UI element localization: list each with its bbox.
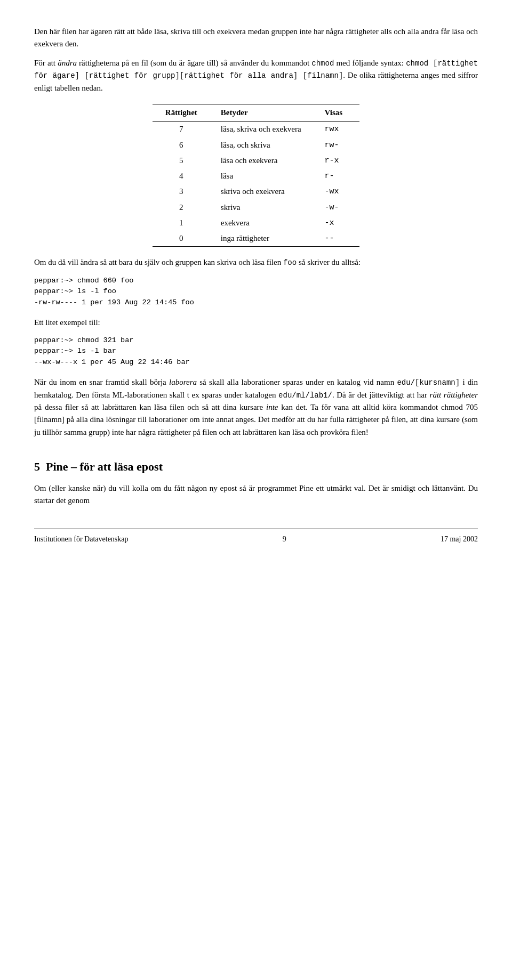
section-5-paragraph-1: Om (eller kanske när) du vill kolla om d… <box>34 482 478 507</box>
code-block-2: peppar:~> chmod 321 bar peppar:~> ls -l … <box>34 335 478 368</box>
inte-italic: inte <box>266 403 278 411</box>
table-cell-1-2: rw- <box>318 137 360 153</box>
code-line-1b: peppar:~> ls -l foo <box>34 286 478 297</box>
foo-inline: foo <box>283 258 297 267</box>
permissions-table: Rättighet Betyder Visas 7läsa, skriva oc… <box>153 104 359 247</box>
page-footer: Institutionen för Datavetenskap 9 17 maj… <box>34 529 478 545</box>
table-row: 2skriva-w- <box>153 200 359 215</box>
paragraph-3: Om du då vill ändra så att bara du själv… <box>34 256 478 269</box>
table-cell-1-0: 6 <box>153 137 214 153</box>
table-cell-3-1: läsa <box>214 168 318 184</box>
table-cell-4-1: skriva och exekvera <box>214 184 318 199</box>
table-cell-4-0: 3 <box>153 184 214 199</box>
table-row: 0inga rättigheter-- <box>153 231 359 247</box>
table-cell-2-0: 5 <box>153 153 214 168</box>
code-block-1: peppar:~> chmod 660 foo peppar:~> ls -l … <box>34 276 478 308</box>
code-line-1a: peppar:~> chmod 660 foo <box>34 276 478 286</box>
code-line-2c: --wx-w---x 1 per 45 Aug 22 14:46 bar <box>34 357 478 368</box>
table-cell-7-0: 0 <box>153 231 214 247</box>
footer-date: 17 maj 2002 <box>441 533 478 545</box>
table-cell-4-2: -wx <box>318 184 360 199</box>
table-row: 6läsa, och skrivarw- <box>153 137 359 153</box>
laborera-italic: laborera <box>169 378 197 386</box>
table-cell-5-2: -w- <box>318 200 360 215</box>
table-cell-7-1: inga rättigheter <box>214 231 318 247</box>
table-cell-6-1: exekvera <box>214 215 318 231</box>
code-line-1c: -rw-rw---- 1 per 193 Aug 22 14:45 foo <box>34 297 478 308</box>
table-cell-5-0: 2 <box>153 200 214 215</box>
ratt-rattigheter-italic: rätt rättigheter <box>430 391 478 399</box>
table-header-visas: Visas <box>318 104 360 122</box>
ml-inline: edu/ml/lab1/ <box>278 391 332 400</box>
chmod-inline: chmod <box>311 59 334 68</box>
paragraph-1: Den här filen har ägaren rätt att både l… <box>34 26 478 51</box>
table-cell-6-0: 1 <box>153 215 214 231</box>
footer-institution: Institutionen för Datavetenskap <box>34 533 129 545</box>
table-row: 5läsa och exekverar-x <box>153 153 359 168</box>
code-line-2b: peppar:~> ls -l bar <box>34 346 478 357</box>
table-header-betyder: Betyder <box>214 104 318 122</box>
table-row: 7läsa, skriva och exekverarwx <box>153 122 359 137</box>
table-cell-6-2: -x <box>318 215 360 231</box>
footer-page-number: 9 <box>283 533 286 545</box>
table-cell-7-2: -- <box>318 231 360 247</box>
table-cell-0-2: rwx <box>318 122 360 137</box>
table-cell-1-1: läsa, och skriva <box>214 137 318 153</box>
paragraph-2: För att ändra rättigheterna på en fil (s… <box>34 57 478 95</box>
section-5-heading: 5 Pine – för att läsa epost <box>34 458 478 476</box>
table-cell-0-1: läsa, skriva och exekvera <box>214 122 318 137</box>
table-cell-3-0: 4 <box>153 168 214 184</box>
paragraph-4: Ett litet exempel till: <box>34 317 478 329</box>
table-row: 4läsar- <box>153 168 359 184</box>
table-header-rattighet: Rättighet <box>153 104 214 122</box>
table-row: 3skriva och exekvera-wx <box>153 184 359 199</box>
table-cell-5-1: skriva <box>214 200 318 215</box>
table-cell-2-1: läsa och exekvera <box>214 153 318 168</box>
table-row: 1exekvera-x <box>153 215 359 231</box>
kursnamn-inline: edu/[kursnamn] <box>397 378 460 387</box>
table-cell-2-2: r-x <box>318 153 360 168</box>
code-line-2a: peppar:~> chmod 321 bar <box>34 335 478 346</box>
table-cell-3-2: r- <box>318 168 360 184</box>
table-cell-0-0: 7 <box>153 122 214 137</box>
andra-italic: ändra <box>58 59 77 67</box>
paragraph-5: När du inom en snar framtid skall börja … <box>34 376 478 439</box>
